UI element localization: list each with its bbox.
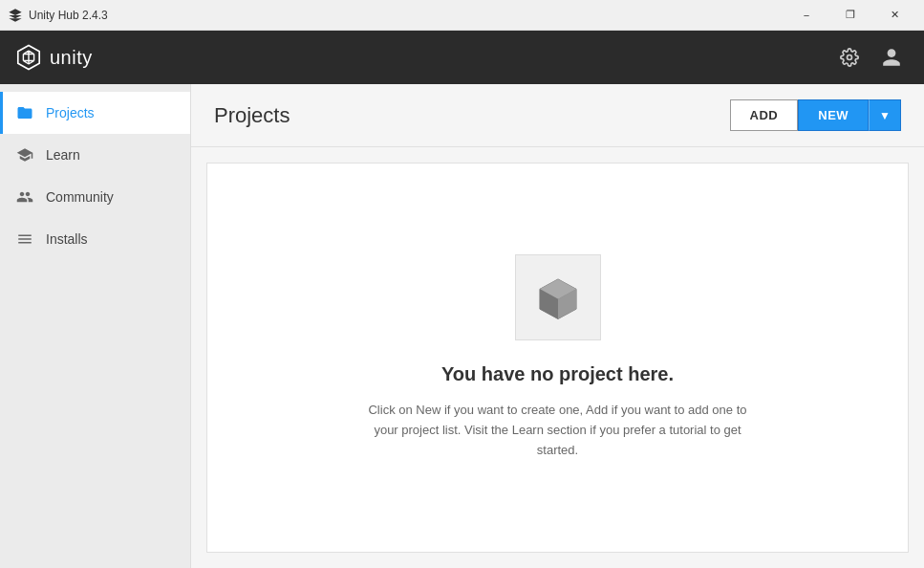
logo: unity xyxy=(15,44,93,71)
new-button[interactable]: NEW xyxy=(798,99,869,131)
empty-title: You have no project here. xyxy=(441,363,674,385)
cube-icon xyxy=(533,273,583,322)
restore-button[interactable]: ❐ xyxy=(828,0,872,31)
page-title: Projects xyxy=(214,103,730,128)
add-button[interactable]: ADD xyxy=(730,99,799,131)
account-button[interactable] xyxy=(874,40,909,75)
app-icon xyxy=(8,8,23,23)
content-actions: ADD NEW ▼ xyxy=(730,99,901,131)
sidebar-item-projects[interactable]: Projects xyxy=(0,92,190,134)
sidebar: Projects Learn Community xyxy=(0,84,191,568)
empty-description: Click on New if you want to create one, … xyxy=(357,401,759,460)
header-actions xyxy=(832,40,909,75)
title-bar: Unity Hub 2.4.3 − ❐ ✕ xyxy=(0,0,924,31)
window-controls: − ❐ ✕ xyxy=(784,0,916,31)
empty-icon-box xyxy=(515,254,601,340)
window-title: Unity Hub 2.4.3 xyxy=(29,9,784,22)
sidebar-item-learn[interactable]: Learn xyxy=(0,134,190,176)
sidebar-item-label: Community xyxy=(46,189,114,205)
sidebar-item-label: Learn xyxy=(46,147,80,163)
app-header: unity xyxy=(0,31,924,84)
minimize-button[interactable]: − xyxy=(784,0,828,31)
app-container: unity xyxy=(0,31,924,568)
empty-state-container: You have no project here. Click on New i… xyxy=(206,163,909,553)
sidebar-item-community[interactable]: Community xyxy=(0,176,190,218)
empty-state: You have no project here. Click on New i… xyxy=(319,216,797,498)
community-icon xyxy=(15,187,34,207)
account-icon xyxy=(881,47,902,68)
projects-icon xyxy=(15,103,34,122)
unity-logo-icon xyxy=(15,44,42,71)
logo-text: unity xyxy=(50,47,93,69)
chevron-down-icon: ▼ xyxy=(879,109,891,122)
content-header: Projects ADD NEW ▼ xyxy=(191,84,924,147)
sidebar-item-installs[interactable]: Installs xyxy=(0,218,190,260)
new-dropdown-button[interactable]: ▼ xyxy=(869,99,901,131)
learn-icon xyxy=(15,145,34,164)
gear-icon xyxy=(840,48,859,67)
svg-point-0 xyxy=(848,55,852,60)
sidebar-item-label: Projects xyxy=(46,105,95,120)
close-button[interactable]: ✕ xyxy=(872,0,916,31)
settings-button[interactable] xyxy=(832,40,867,75)
sidebar-item-label: Installs xyxy=(46,231,88,247)
main-content: Projects ADD NEW ▼ xyxy=(191,84,924,568)
app-body: Projects Learn Community xyxy=(0,84,924,568)
installs-icon xyxy=(15,229,34,249)
